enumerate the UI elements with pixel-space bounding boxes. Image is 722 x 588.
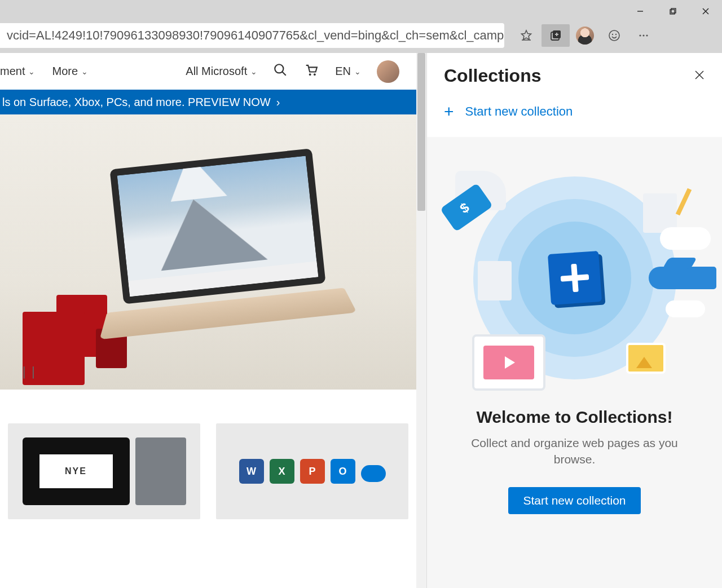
svg-point-16 bbox=[275, 64, 283, 73]
nav-item-truncated[interactable]: ment ⌄ bbox=[0, 65, 35, 78]
svg-point-12 bbox=[615, 34, 617, 35]
photo-icon bbox=[626, 343, 666, 374]
cloud-icon bbox=[666, 300, 705, 317]
svg-point-19 bbox=[314, 73, 316, 76]
airplane-icon bbox=[649, 267, 716, 289]
hero-image: || bbox=[0, 114, 416, 390]
search-icon bbox=[273, 63, 288, 77]
webpage-viewport: ment ⌄ More ⌄ All Microsoft ⌄ bbox=[0, 53, 416, 588]
chevron-down-icon: ⌄ bbox=[28, 67, 35, 76]
onedrive-icon bbox=[361, 465, 386, 482]
nav-language-label: EN bbox=[335, 65, 351, 78]
collections-empty-state: Welcome to Collections! Collect and orga… bbox=[427, 137, 722, 588]
minimize-button[interactable] bbox=[624, 0, 657, 23]
svg-point-15 bbox=[646, 34, 648, 36]
add-card-icon bbox=[547, 251, 601, 305]
nav-item-label: All Microsoft bbox=[186, 65, 247, 78]
svg-point-14 bbox=[642, 34, 644, 36]
product-card-surface[interactable] bbox=[8, 423, 200, 519]
product-cards-row: W X P O bbox=[0, 390, 416, 519]
play-icon bbox=[505, 356, 515, 369]
site-cart-button[interactable] bbox=[303, 62, 319, 81]
site-nav: ment ⌄ More ⌄ All Microsoft ⌄ bbox=[0, 53, 416, 90]
collections-welcome-subtitle: Collect and organize web pages as you br… bbox=[468, 435, 682, 468]
nav-all-microsoft[interactable]: All Microsoft ⌄ bbox=[186, 65, 257, 78]
svg-point-11 bbox=[612, 34, 613, 35]
outlook-icon: O bbox=[331, 459, 355, 484]
collections-illustration bbox=[438, 160, 711, 396]
cloud-icon bbox=[660, 227, 711, 250]
svg-point-10 bbox=[609, 30, 619, 41]
smiley-icon bbox=[607, 29, 621, 42]
tablet-graphic bbox=[23, 437, 130, 505]
svg-rect-2 bbox=[671, 8, 676, 13]
carousel-pause-button[interactable]: || bbox=[20, 364, 39, 378]
collections-header: Collections bbox=[427, 53, 722, 99]
promo-banner[interactable]: ls on Surface, Xbox, PCs, and more. PREV… bbox=[0, 90, 416, 114]
nav-item-label: More bbox=[52, 65, 78, 78]
laptop-graphic bbox=[109, 145, 364, 349]
address-url-text: vcid=AL!4249!10!79096133098930!790961409… bbox=[7, 28, 504, 43]
collections-close-button[interactable] bbox=[694, 69, 705, 83]
svg-line-17 bbox=[282, 72, 286, 76]
site-account-avatar[interactable] bbox=[377, 60, 399, 83]
address-bar[interactable]: vcid=AL!4249!10!79096133098930!790961409… bbox=[0, 23, 504, 48]
chevron-down-icon: ⌄ bbox=[81, 67, 88, 76]
collections-pane: Collections + Start new collection bbox=[426, 53, 722, 588]
product-card-office[interactable]: W X P O bbox=[216, 423, 408, 519]
maximize-button[interactable] bbox=[657, 0, 689, 23]
svg-point-13 bbox=[639, 34, 641, 36]
excel-icon: X bbox=[270, 459, 294, 484]
pencil-icon bbox=[676, 188, 692, 216]
ellipsis-icon bbox=[637, 29, 650, 42]
close-icon bbox=[694, 69, 705, 81]
tv-icon bbox=[472, 334, 545, 391]
more-menu-button[interactable] bbox=[629, 24, 658, 47]
chevron-down-icon: ⌄ bbox=[250, 67, 257, 76]
nav-right-group: All Microsoft ⌄ EN ⌄ bbox=[186, 60, 399, 83]
profile-button[interactable] bbox=[571, 24, 599, 47]
start-new-collection-label: Start new collection bbox=[465, 104, 573, 119]
pause-icon: || bbox=[20, 364, 39, 378]
feedback-button[interactable] bbox=[600, 24, 628, 47]
document-icon bbox=[478, 261, 512, 300]
powerpoint-icon: P bbox=[300, 459, 325, 484]
keyboard-graphic bbox=[135, 437, 186, 505]
window-titlebar bbox=[0, 0, 722, 23]
workspace: ment ⌄ More ⌄ All Microsoft ⌄ bbox=[0, 53, 722, 588]
star-outline-icon bbox=[520, 29, 533, 42]
collections-welcome-title: Welcome to Collections! bbox=[477, 408, 673, 427]
toolbar-actions bbox=[507, 24, 658, 47]
maximize-icon bbox=[669, 7, 677, 15]
chevron-down-icon: ⌄ bbox=[354, 67, 361, 76]
close-window-button[interactable] bbox=[689, 0, 722, 23]
window-controls bbox=[624, 0, 722, 23]
promo-text: ls on Surface, Xbox, PCs, and more. PREV… bbox=[2, 96, 271, 109]
collections-title: Collections bbox=[444, 65, 541, 86]
site-search-button[interactable] bbox=[273, 63, 288, 80]
start-new-collection-link[interactable]: + Start new collection bbox=[427, 99, 722, 137]
profile-avatar-icon bbox=[576, 26, 594, 45]
nav-item-more[interactable]: More ⌄ bbox=[52, 65, 88, 78]
browser-toolbar: vcid=AL!4249!10!79096133098930!790961409… bbox=[0, 23, 722, 53]
collections-button[interactable] bbox=[542, 24, 570, 47]
word-icon: W bbox=[239, 459, 264, 484]
svg-rect-1 bbox=[670, 10, 675, 14]
minimize-icon bbox=[636, 7, 644, 15]
page-scrollbar[interactable]: ▲ bbox=[416, 53, 426, 588]
favorites-button[interactable] bbox=[512, 24, 540, 47]
start-new-collection-button[interactable]: Start new collection bbox=[508, 487, 640, 514]
scrollbar-thumb[interactable] bbox=[417, 53, 425, 211]
collections-icon bbox=[549, 29, 562, 42]
chevron-right-icon: › bbox=[276, 96, 280, 109]
plus-icon: + bbox=[444, 102, 454, 121]
nav-item-label: ment bbox=[0, 65, 25, 78]
close-icon bbox=[702, 7, 710, 15]
cart-icon bbox=[303, 62, 319, 78]
svg-point-18 bbox=[309, 73, 311, 76]
nav-language-selector[interactable]: EN ⌄ bbox=[335, 65, 361, 78]
